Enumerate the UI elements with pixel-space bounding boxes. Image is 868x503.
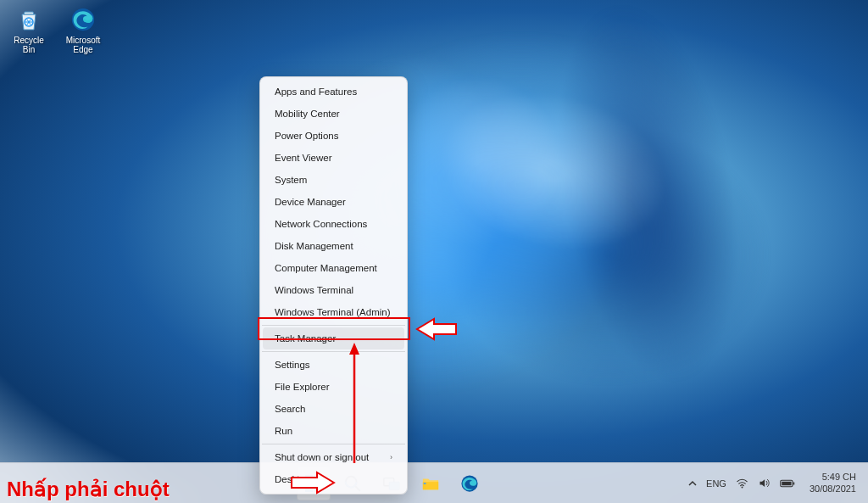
battery-icon[interactable] — [780, 478, 795, 489]
menu-item-label: File Explorer — [275, 382, 330, 392]
tray-chevron-icon[interactable] — [688, 479, 697, 488]
chevron-right-icon: › — [390, 453, 392, 461]
menu-item-network-connections[interactable]: Network Connections — [263, 213, 404, 235]
annotation-text: Nhấp phải chuột — [7, 478, 170, 501]
menu-item-windows-terminal[interactable]: Windows Terminal — [263, 279, 404, 301]
wifi-icon[interactable] — [736, 477, 748, 489]
clock-time: 5:49 CH — [810, 472, 856, 483]
svg-rect-16 — [424, 483, 426, 484]
wallpaper-bloom — [0, 0, 868, 462]
menu-item-label: Search — [275, 404, 305, 414]
svg-rect-20 — [793, 482, 795, 484]
recycle-bin-icon[interactable]: Recycle Bin — [7, 5, 51, 54]
menu-item-label: Computer Management — [275, 263, 377, 273]
menu-item-apps-and-features[interactable]: Apps and Features — [263, 81, 404, 103]
menu-separator — [262, 444, 405, 444]
menu-item-system[interactable]: System — [263, 169, 404, 191]
menu-separator — [262, 325, 405, 326]
language-indicator[interactable]: ENG — [706, 478, 726, 489]
menu-item-label: Run — [275, 426, 292, 436]
menu-item-label: Event Viewer — [275, 153, 332, 163]
menu-item-label: Windows Terminal (Admin) — [275, 307, 391, 317]
menu-item-shut-down-or-sign-out[interactable]: Shut down or sign out› — [263, 446, 404, 468]
menu-item-disk-management[interactable]: Disk Management — [263, 235, 404, 257]
svg-marker-4 — [349, 343, 359, 355]
annotation-arrow-right — [290, 471, 336, 495]
menu-item-label: Apps and Features — [275, 87, 357, 97]
menu-item-device-manager[interactable]: Device Manager — [263, 191, 404, 213]
menu-item-mobility-center[interactable]: Mobility Center — [263, 103, 404, 125]
svg-marker-5 — [292, 472, 334, 493]
menu-item-label: Power Options — [275, 131, 338, 141]
recycle-bin-glyph — [14, 5, 43, 34]
menu-item-settings[interactable]: Settings — [263, 354, 404, 376]
menu-item-task-manager[interactable]: Task Manager — [263, 327, 404, 349]
menu-item-power-options[interactable]: Power Options — [263, 125, 404, 147]
menu-item-run[interactable]: Run — [263, 420, 404, 442]
svg-rect-21 — [782, 481, 791, 485]
menu-item-label: Settings — [275, 360, 310, 370]
system-tray: ENG 5:49 CH 30/08/2021 — [688, 463, 861, 503]
clock-date: 30/08/2021 — [810, 483, 856, 495]
menu-item-label: Network Connections — [275, 219, 367, 229]
svg-marker-2 — [417, 319, 456, 339]
menu-item-search[interactable]: Search — [263, 398, 404, 420]
taskbar-clock[interactable]: 5:49 CH 30/08/2021 — [804, 472, 861, 495]
edge-glyph — [69, 5, 97, 34]
edge-desktop-icon[interactable]: Microsoft Edge — [61, 5, 105, 54]
menu-item-label: Task Manager — [275, 333, 336, 344]
file-explorer-button[interactable] — [414, 467, 448, 500]
sound-icon[interactable] — [758, 477, 771, 489]
winx-context-menu: Apps and FeaturesMobility CenterPower Op… — [259, 76, 408, 495]
edge-label: Microsoft Edge — [61, 36, 105, 54]
menu-item-windows-terminal-admin[interactable]: Windows Terminal (Admin) — [263, 301, 404, 323]
svg-point-18 — [742, 487, 743, 489]
menu-item-computer-management[interactable]: Computer Management — [263, 257, 404, 279]
recycle-bin-label: Recycle Bin — [7, 36, 51, 54]
edge-taskbar-button[interactable] — [453, 467, 487, 500]
menu-item-label: Device Manager — [275, 197, 346, 207]
menu-item-label: Mobility Center — [275, 109, 340, 119]
desktop-icons-area: Recycle Bin Microsoft Edge — [7, 5, 105, 54]
menu-item-event-viewer[interactable]: Event Viewer — [263, 147, 404, 169]
menu-separator — [262, 351, 405, 352]
annotation-arrow-left — [415, 317, 458, 341]
menu-item-label: Disk Management — [275, 241, 353, 251]
annotation-arrow-vertical — [348, 343, 361, 463]
desktop[interactable]: Recycle Bin Microsoft Edge Apps and Feat… — [0, 0, 868, 503]
menu-item-file-explorer[interactable]: File Explorer — [263, 376, 404, 398]
menu-item-label: System — [275, 175, 307, 185]
menu-item-label: Windows Terminal — [275, 285, 353, 295]
